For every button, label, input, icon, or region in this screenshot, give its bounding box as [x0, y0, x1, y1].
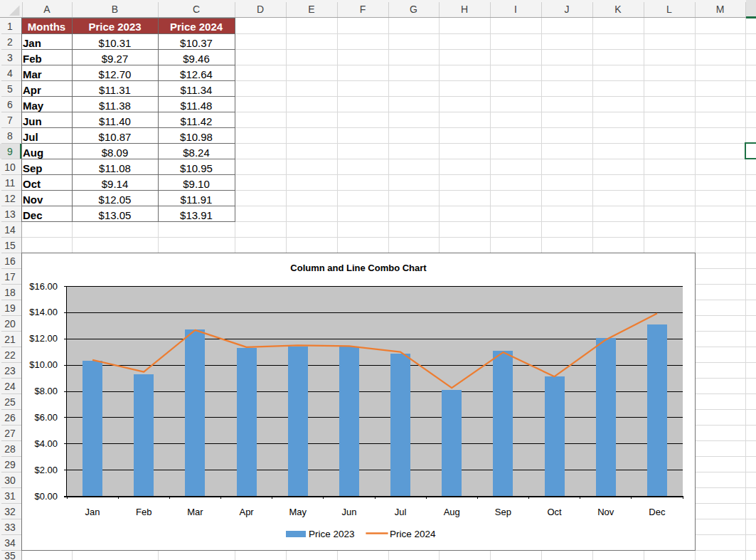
svg-text:Jun: Jun [341, 507, 356, 517]
svg-text:Mar: Mar [187, 507, 203, 517]
svg-text:$2.00: $2.00 [34, 465, 58, 475]
svg-text:Price 2024: Price 2024 [390, 529, 436, 539]
svg-text:Feb: Feb [136, 507, 151, 517]
svg-text:Oct: Oct [547, 507, 562, 517]
svg-text:Jul: Jul [395, 507, 407, 517]
svg-text:$4.00: $4.00 [34, 438, 58, 449]
svg-text:$16.00: $16.00 [29, 281, 58, 292]
svg-text:$8.00: $8.00 [34, 386, 58, 396]
svg-text:Nov: Nov [597, 507, 614, 517]
svg-text:$10.00: $10.00 [29, 359, 58, 370]
svg-text:May: May [289, 507, 307, 517]
svg-text:Apr: Apr [239, 507, 254, 517]
svg-text:Dec: Dec [649, 507, 666, 517]
svg-text:$14.00: $14.00 [29, 307, 58, 317]
svg-text:Jan: Jan [85, 507, 100, 517]
svg-text:Column and Line Combo Chart: Column and Line Combo Chart [290, 263, 427, 273]
svg-text:$6.00: $6.00 [34, 412, 58, 423]
svg-text:Price 2023: Price 2023 [309, 529, 355, 539]
svg-text:$12.00: $12.00 [29, 333, 58, 344]
svg-text:Aug: Aug [444, 507, 460, 517]
svg-text:$0.00: $0.00 [34, 491, 58, 502]
svg-text:Sep: Sep [495, 507, 511, 517]
